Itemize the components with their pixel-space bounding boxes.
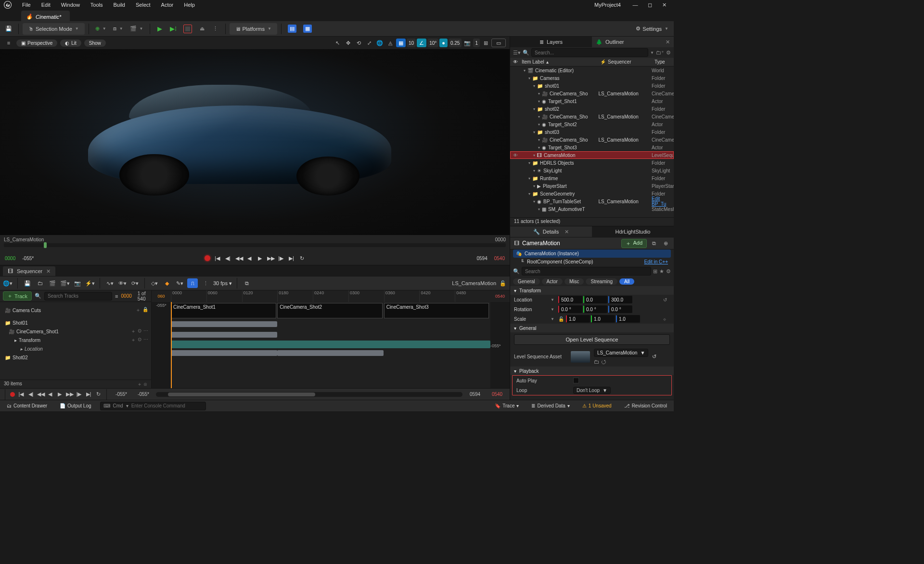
- seq-eye-icon[interactable]: 👁▾: [117, 278, 127, 288]
- seq-fps-dropdown[interactable]: 30 fps ▾: [213, 280, 232, 287]
- to-start-icon[interactable]: |◀: [214, 255, 221, 262]
- grid-snap-value[interactable]: 10: [407, 39, 416, 47]
- outliner-row[interactable]: ▾▦SM_AutomotiveTStaticMesh: [510, 205, 674, 213]
- unsaved-button[interactable]: ⚠1 Unsaved: [578, 402, 616, 409]
- seq-loop-icon[interactable]: ↻: [95, 391, 102, 397]
- outliner-row[interactable]: ▾◉BP_TurnTableSetLS_CameraMotionEdit BP_…: [510, 197, 674, 205]
- timeline-clip[interactable]: CineCamera_Shot3: [384, 303, 489, 318]
- scale-z-input[interactable]: [616, 315, 640, 323]
- seq-to-end-icon[interactable]: ▶|: [85, 391, 92, 397]
- outliner-row[interactable]: ▾📁shot02Folder: [510, 105, 674, 113]
- lock-track-icon[interactable]: 🔒: [142, 307, 148, 314]
- outliner-columns-header[interactable]: 👁 Item Label ▴ ⚡Sequencer Type: [510, 58, 674, 66]
- seq-render-icon[interactable]: 🎬: [48, 278, 57, 288]
- menu-actor[interactable]: Actor: [156, 1, 179, 9]
- prev-key-icon[interactable]: ◀|: [225, 255, 231, 262]
- seq-key-icon[interactable]: ◇▾: [150, 278, 159, 288]
- record-icon[interactable]: [205, 255, 210, 261]
- chevron-down-icon[interactable]: ▼: [551, 307, 556, 312]
- play-forward-icon[interactable]: ▶: [257, 255, 263, 262]
- outliner-row[interactable]: ▾▶PlayerStartPlayerStar: [510, 182, 674, 190]
- filter-streaming[interactable]: Streaming: [586, 278, 617, 285]
- timeline-ruler[interactable]: 060 000000600120018002400300036004200480…: [152, 290, 510, 302]
- cinematics-button[interactable]: 🎬▼: [128, 23, 146, 35]
- seq-autokey-icon[interactable]: ◆: [162, 278, 172, 288]
- playhead[interactable]: [171, 302, 172, 388]
- reset-icon[interactable]: ⟐: [663, 316, 670, 322]
- seq-playback-icon[interactable]: ⟳▾: [130, 278, 140, 288]
- step-button[interactable]: ▶⁞: [167, 23, 179, 35]
- viewport-layout-icon[interactable]: ⊞: [481, 39, 490, 47]
- to-end-icon[interactable]: ▶|: [288, 255, 295, 262]
- section-transform[interactable]: ▾ Transform: [510, 286, 674, 295]
- add-collapsed-icon[interactable]: ＋: [137, 381, 142, 387]
- select-tool-icon[interactable]: ↖: [333, 39, 342, 47]
- derived-data-button[interactable]: ≣Derived Data ▾: [527, 402, 573, 409]
- seq-browse-icon[interactable]: 🗀: [35, 278, 45, 288]
- filter-misc[interactable]: Misc: [565, 278, 584, 285]
- loop-icon[interactable]: ↻: [299, 255, 306, 262]
- save-button[interactable]: 💾: [3, 23, 14, 35]
- outliner-row[interactable]: ▾📁shot03Folder: [510, 128, 674, 136]
- step-forward-icon[interactable]: ▶▶: [267, 255, 274, 262]
- favorite-icon[interactable]: ★: [659, 268, 664, 275]
- outliner-row[interactable]: ▾📁HDRLS ObjectsFolder: [510, 159, 674, 167]
- rotation-y-input[interactable]: [583, 305, 607, 313]
- seq-in-frame[interactable]: -055*: [112, 392, 131, 397]
- section-playback[interactable]: ▾ Playback: [510, 367, 674, 375]
- outliner-row[interactable]: ▾📁CamerasFolder: [510, 74, 674, 82]
- location-y-input[interactable]: [583, 296, 607, 303]
- browse-icon[interactable]: 🗀: [594, 359, 599, 365]
- track-shot02[interactable]: 📁Shot02: [0, 353, 151, 362]
- chevron-down-icon[interactable]: ▼: [551, 298, 556, 302]
- outliner-row[interactable]: ▾📁shot01Folder: [510, 82, 674, 90]
- outliner-row[interactable]: ▾🎥CineCamera_ShoLS_CameraMotionCineCamer: [510, 90, 674, 97]
- seq-save-icon[interactable]: 💾: [23, 278, 32, 288]
- seq-snap-icon[interactable]: ⎍: [187, 278, 198, 288]
- seq-end-frame[interactable]: 0540: [488, 392, 507, 397]
- track-transform[interactable]: ▸ Transform＋⊙⋯: [0, 336, 151, 344]
- play-back-icon[interactable]: ◀: [246, 255, 253, 262]
- toolbar-extra1[interactable]: ▤: [285, 23, 299, 35]
- scale-snap-icon[interactable]: ●: [439, 39, 448, 47]
- rotation-x-input[interactable]: [558, 305, 582, 313]
- outliner-row[interactable]: ▾🎬Cinematic (Editor)World: [510, 66, 674, 74]
- track-location[interactable]: ▸ Location: [0, 344, 151, 353]
- menu-edit[interactable]: Edit: [37, 1, 55, 9]
- outliner-row[interactable]: ▾◉Target_Shot2Actor: [510, 120, 674, 128]
- outliner-row[interactable]: ▾🎥CineCamera_ShoLS_CameraMotionCineCamer: [510, 136, 674, 144]
- timeline-scrollbar[interactable]: [156, 392, 462, 397]
- settings-icon[interactable]: ⚙: [666, 50, 671, 56]
- edit-in-cpp-link[interactable]: Edit in C++: [644, 259, 668, 264]
- component-instance-row[interactable]: 🎭CameraMotion (Instance): [513, 249, 671, 258]
- seq-clapperboard-icon[interactable]: 🎬▾: [60, 278, 70, 288]
- play-options-button[interactable]: ⋮: [210, 23, 221, 35]
- seq-out-frame[interactable]: 0594: [465, 392, 485, 397]
- outliner-row[interactable]: ▾◉Target_Shot3Actor: [510, 144, 674, 151]
- viewport-menu-icon[interactable]: ≡: [4, 39, 13, 47]
- search-tracks-input[interactable]: [44, 292, 112, 301]
- close-icon[interactable]: ✕: [565, 229, 569, 235]
- section-general[interactable]: ▾ General: [510, 324, 674, 332]
- step-back-icon[interactable]: ◀◀: [235, 255, 242, 262]
- rotate-tool-icon[interactable]: ⟲: [354, 39, 363, 47]
- rotation-z-input[interactable]: [608, 305, 632, 313]
- item-label-column[interactable]: Item Label ▴: [522, 59, 600, 65]
- menu-window[interactable]: Window: [56, 1, 85, 9]
- menu-help[interactable]: Help: [179, 1, 200, 9]
- filter-all[interactable]: All: [619, 278, 634, 285]
- next-key-icon[interactable]: |▶: [278, 255, 284, 262]
- sequence-name-link[interactable]: LS_CameraMotion: [452, 280, 496, 286]
- outliner-row[interactable]: ▾🎥CineCamera_ShoLS_CameraMotionCineCamer: [510, 113, 674, 120]
- angle-snap-icon[interactable]: ∠: [417, 39, 426, 47]
- seq-snap-options-icon[interactable]: ⋮: [201, 278, 210, 288]
- viewport-perspective-dropdown[interactable]: ▣Perspective: [16, 39, 57, 47]
- track-shot01[interactable]: 📁Shot01: [0, 318, 151, 327]
- seq-to-start-icon[interactable]: |◀: [18, 391, 25, 397]
- scrubber-handle[interactable]: [44, 242, 47, 248]
- seq-prev-key-icon[interactable]: ◀|: [27, 391, 34, 397]
- camera-speed-value[interactable]: 1: [473, 39, 480, 47]
- tab-layers[interactable]: ≣Layers: [510, 37, 592, 47]
- eject-button[interactable]: ⏏: [196, 23, 208, 35]
- toolbar-extra2[interactable]: ▦: [301, 23, 314, 35]
